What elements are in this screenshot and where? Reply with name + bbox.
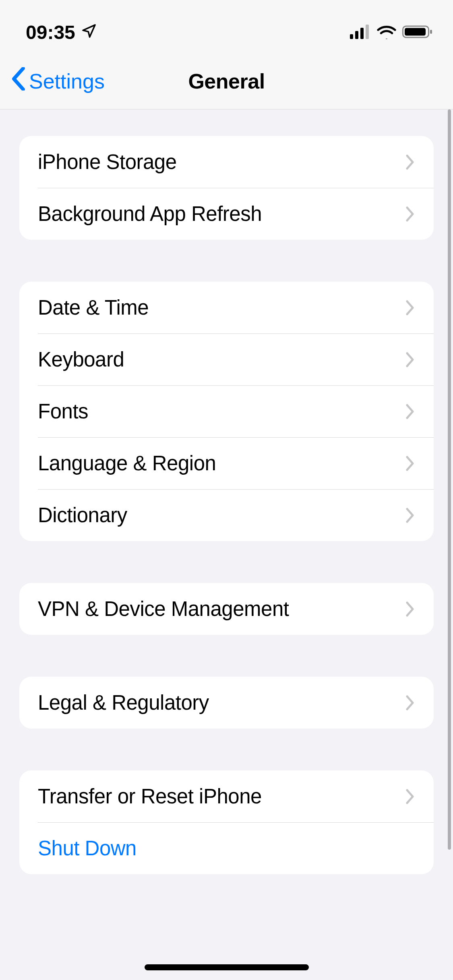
chevron-right-icon bbox=[405, 789, 415, 805]
navigation-bar: Settings General bbox=[0, 53, 453, 109]
back-button[interactable]: Settings bbox=[10, 67, 105, 95]
row-label: Keyboard bbox=[38, 348, 124, 371]
row-language-region[interactable]: Language & Region bbox=[19, 437, 434, 489]
row-label: VPN & Device Management bbox=[38, 597, 289, 621]
row-label: iPhone Storage bbox=[38, 150, 177, 174]
chevron-right-icon bbox=[405, 352, 415, 368]
chevron-right-icon bbox=[405, 154, 415, 170]
scrollbar[interactable] bbox=[448, 109, 451, 850]
chevron-right-icon bbox=[405, 300, 415, 316]
row-date-time[interactable]: Date & Time bbox=[19, 282, 434, 334]
svg-rect-5 bbox=[405, 28, 426, 36]
chevron-right-icon bbox=[405, 455, 415, 471]
chevron-right-icon bbox=[405, 206, 415, 222]
row-background-app-refresh[interactable]: Background App Refresh bbox=[19, 188, 434, 240]
row-fonts[interactable]: Fonts bbox=[19, 385, 434, 437]
row-shut-down[interactable]: Shut Down bbox=[19, 822, 434, 874]
settings-group: Legal & Regulatory bbox=[19, 677, 434, 729]
svg-rect-3 bbox=[366, 25, 369, 39]
cellular-signal-icon bbox=[350, 21, 371, 43]
row-transfer-reset[interactable]: Transfer or Reset iPhone bbox=[19, 770, 434, 822]
row-label: Fonts bbox=[38, 399, 88, 423]
chevron-left-icon bbox=[10, 67, 27, 95]
svg-rect-6 bbox=[430, 30, 432, 34]
status-time: 09:35 bbox=[26, 21, 75, 43]
settings-content[interactable]: iPhone Storage Background App Refresh Da… bbox=[0, 109, 453, 980]
row-label: Transfer or Reset iPhone bbox=[38, 784, 262, 808]
row-iphone-storage[interactable]: iPhone Storage bbox=[19, 136, 434, 188]
svg-rect-0 bbox=[350, 34, 353, 39]
row-label: Dictionary bbox=[38, 503, 127, 527]
chevron-right-icon bbox=[405, 601, 415, 617]
page-title: General bbox=[188, 69, 265, 93]
chevron-right-icon bbox=[405, 507, 415, 523]
status-left: 09:35 bbox=[26, 21, 97, 43]
row-label: Background App Refresh bbox=[38, 202, 262, 226]
settings-group: Transfer or Reset iPhone Shut Down bbox=[19, 770, 434, 874]
row-label: Legal & Regulatory bbox=[38, 691, 209, 714]
row-label: Date & Time bbox=[38, 296, 149, 319]
row-label: Language & Region bbox=[38, 451, 216, 475]
row-keyboard[interactable]: Keyboard bbox=[19, 334, 434, 385]
settings-group: Date & Time Keyboard Fonts Language & Re… bbox=[19, 282, 434, 541]
row-label: Shut Down bbox=[38, 836, 137, 860]
status-right bbox=[350, 21, 434, 43]
row-legal-regulatory[interactable]: Legal & Regulatory bbox=[19, 677, 434, 729]
row-vpn-device-management[interactable]: VPN & Device Management bbox=[19, 583, 434, 635]
row-dictionary[interactable]: Dictionary bbox=[19, 489, 434, 541]
battery-icon bbox=[402, 21, 434, 43]
settings-group: iPhone Storage Background App Refresh bbox=[19, 136, 434, 240]
status-bar: 09:35 bbox=[0, 0, 453, 53]
svg-rect-2 bbox=[360, 28, 364, 39]
home-indicator[interactable] bbox=[145, 964, 309, 970]
back-label: Settings bbox=[29, 69, 105, 93]
svg-rect-1 bbox=[355, 31, 358, 39]
chevron-right-icon bbox=[405, 695, 415, 711]
settings-group: VPN & Device Management bbox=[19, 583, 434, 635]
wifi-icon bbox=[376, 21, 397, 43]
chevron-right-icon bbox=[405, 404, 415, 420]
location-icon bbox=[81, 21, 97, 43]
settings-general-screen: 09:35 bbox=[0, 0, 453, 980]
